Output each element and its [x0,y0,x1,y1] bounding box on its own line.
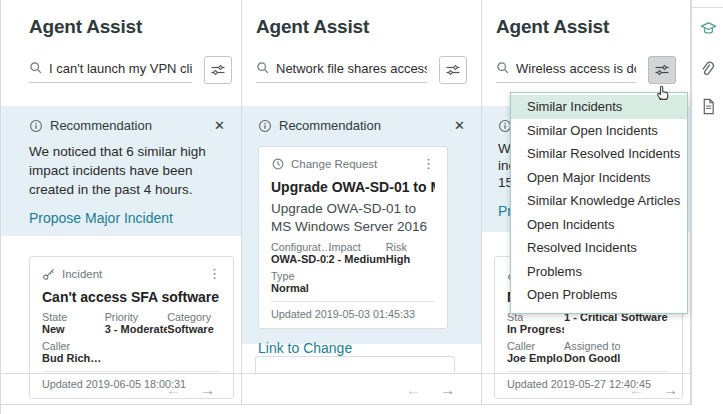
field-value: OWA-SD-01 [271,253,328,265]
field-value: Normal [271,282,328,294]
context-sidebar [691,0,723,405]
search-field [496,58,636,83]
field-value: Bud Rich… [42,352,105,364]
dropdown-item-resolved-incidents[interactable]: Resolved Incidents [511,236,687,260]
field-value: New [42,323,105,335]
search-field [29,58,192,83]
search-input[interactable] [49,61,192,76]
dropdown-item-open-incidents[interactable]: Open Incidents [511,213,687,237]
filter-button[interactable] [439,56,467,84]
field-label: Configurat… [271,241,328,253]
updated-timestamp: Updated 2019-05-03 01:45:33 [271,301,435,320]
dropdown-item-similar-resolved-incidents[interactable]: Similar Resolved Incidents [511,142,687,166]
agent-assist-workspace: Agent Assist R [0,0,723,414]
dropdown-item-open-major-incidents[interactable]: Open Major Incidents [511,166,687,190]
field-label: Risk [386,241,435,253]
change-request-description: Upgrade OWA-SD-01 to MS Windows Server 2… [271,200,435,235]
dropdown-item-similar-knowledge-articles[interactable]: Similar Knowledge Articles [511,189,687,213]
filter-button-active[interactable] [648,56,676,84]
prev-page-arrow[interactable]: ← [406,381,421,398]
recommendation-text: We noticed that 6 similar high impact in… [29,142,225,199]
attachment-paperclip-icon[interactable] [699,58,717,76]
pagination-footer: ← → [1,373,241,405]
agent-assist-graduation-cap-icon[interactable] [699,19,717,37]
dropdown-item-problems[interactable]: Problems [511,260,687,284]
incident-title: Can't access SFA software [42,289,221,305]
recommendation-banner: Recommendation ✕ We noticed that 6 simil… [1,106,241,236]
search-field [256,58,427,83]
filter-sliders-icon [654,62,670,78]
search-input[interactable] [276,61,427,76]
prev-page-arrow[interactable]: ← [166,381,181,398]
field-value: 2 - Medium [328,253,385,265]
kebab-menu-icon[interactable]: ⋮ [422,156,435,171]
key-icon [42,267,56,281]
field-label: Caller [507,340,564,352]
page-title: Agent Assist [29,0,232,38]
field-label: Priority [105,311,168,323]
kebab-menu-icon[interactable]: ⋮ [208,266,221,281]
agent-assist-panel-1: Agent Assist R [1,0,242,405]
field-label: Impact [328,241,385,253]
field-value: 3 - Moderate [105,323,168,335]
card-type-label: Change Request [291,158,377,170]
recommendation-banner: Recommendation ✕ Change Request ⋮ Upgrad… [242,106,481,344]
agent-assist-panel-2: Agent Assist R [242,0,482,405]
filter-sliders-icon [210,62,226,78]
next-page-arrow[interactable]: → [440,381,455,398]
close-icon[interactable]: ✕ [454,118,465,133]
search-context-dropdown: Similar Incidents Similar Open Incidents… [510,92,688,314]
next-page-arrow[interactable]: → [200,381,215,398]
change-request-card[interactable]: Change Request ⋮ Upgrade OWA-SD-01 to MS… [258,146,448,329]
dropdown-item-similar-open-incidents[interactable]: Similar Open Incidents [511,119,687,143]
info-icon [258,119,272,133]
field-value: Software [167,323,221,335]
recommendation-label: Recommendation [50,118,152,133]
link-to-change-link[interactable]: Link to Change [258,340,352,356]
propose-major-incident-link[interactable]: Propose Major Incident [29,210,173,226]
field-label: Type [271,270,328,282]
clock-icon [271,157,285,171]
field-value: High [386,253,435,265]
document-icon[interactable] [699,97,717,115]
info-icon [29,119,43,133]
change-request-title: Upgrade OWA-SD-01 to MS Win… [271,179,435,195]
field-label: Assigned to [564,340,621,352]
filter-button[interactable] [204,56,232,84]
pagination-footer: ← → [482,373,690,405]
field-label: State [42,311,105,323]
close-icon[interactable]: ✕ [214,118,225,133]
field-value: In Progress [507,323,564,335]
card-type-label: Incident [62,268,102,280]
page-title: Agent Assist [496,0,676,38]
recommendation-label: Recommendation [279,118,381,133]
next-card-peek [255,356,455,373]
search-icon [29,61,43,75]
field-label: Category [167,311,221,323]
page-title: Agent Assist [256,0,467,38]
field-value: Joe Emplo… [507,352,564,364]
pagination-footer: ← → [242,373,481,405]
prev-page-arrow[interactable]: ← [629,381,644,398]
search-input[interactable] [516,61,636,76]
field-value: Don Goodl… [564,352,621,364]
dropdown-item-open-problems[interactable]: Open Problems [511,283,687,307]
search-icon [496,61,510,75]
search-icon [256,61,270,75]
mouse-cursor-hand [654,83,671,102]
next-page-arrow[interactable]: → [663,381,678,398]
filter-sliders-icon [445,62,461,78]
field-label: Caller [42,340,105,352]
